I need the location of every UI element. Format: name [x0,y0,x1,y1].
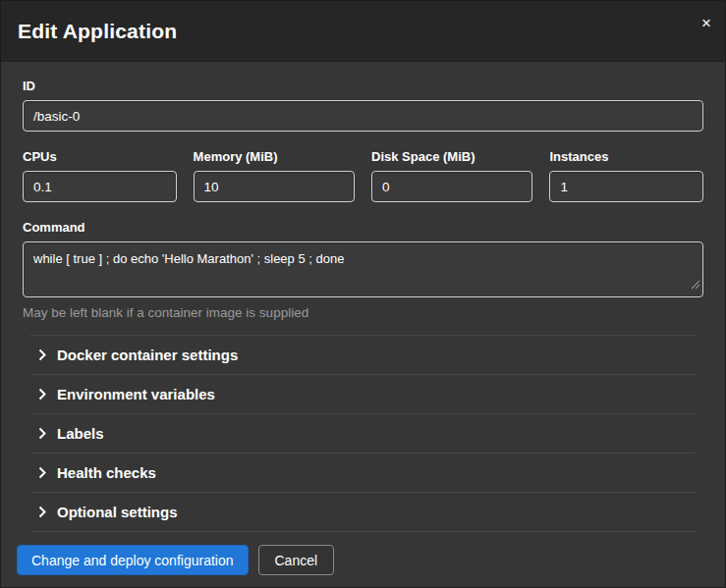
modal-footer: Change and deploy configuration Cancel [1,532,725,588]
id-field-group: ID [23,79,703,132]
section-label: Docker container settings [57,347,238,363]
change-and-deploy-button[interactable]: Change and deploy configuration [17,545,249,575]
resource-fields-row: CPUs Memory (MiB) Disk Space (MiB) Insta… [23,149,703,202]
section-docker-container-settings[interactable]: Docker container settings [30,335,696,374]
chevron-right-icon [38,427,46,440]
chevron-right-icon [38,466,46,479]
disk-input[interactable] [371,171,532,202]
command-input[interactable]: while [ true ] ; do echo 'Hello Marathon… [23,241,703,297]
disk-label: Disk Space (MiB) [371,149,532,164]
chevron-right-icon [38,348,46,361]
instances-input[interactable] [549,171,703,202]
command-label: Command [23,220,703,235]
modal-body: ID CPUs Memory (MiB) Disk Space (MiB) In… [1,62,725,532]
chevron-right-icon [38,506,46,518]
cpus-input[interactable] [23,171,177,202]
id-label: ID [23,79,703,93]
section-label: Health checks [57,464,156,481]
command-help-text: May be left blank if a container image i… [23,305,703,320]
modal-header: Edit Application × [1,1,725,62]
close-icon[interactable]: × [701,15,711,31]
resize-handle-icon[interactable] [691,276,700,294]
section-labels[interactable]: Labels [30,413,696,453]
chevron-right-icon [38,388,46,401]
cancel-button[interactable]: Cancel [258,545,335,575]
section-health-checks[interactable]: Health checks [30,453,696,492]
command-field-group: Command while [ true ] ; do echo 'Hello … [23,220,703,320]
modal-title: Edit Application [18,20,177,43]
memory-input[interactable] [194,171,355,202]
command-textarea-wrap: while [ true ] ; do echo 'Hello Marathon… [23,241,703,297]
memory-field-group: Memory (MiB) [194,149,355,202]
collapsible-sections: Docker container settings Environment va… [30,335,696,532]
disk-field-group: Disk Space (MiB) [371,149,532,202]
instances-label: Instances [549,149,703,164]
section-label: Labels [57,425,104,442]
memory-label: Memory (MiB) [194,149,355,164]
section-label: Optional settings [57,504,178,520]
cpus-field-group: CPUs [23,149,177,202]
section-environment-variables[interactable]: Environment variables [30,374,696,413]
cpus-label: CPUs [23,149,177,164]
edit-application-modal: Edit Application × ID CPUs Memory (MiB) … [0,0,726,588]
instances-field-group: Instances [549,149,703,202]
id-input[interactable] [23,100,703,132]
section-optional-settings[interactable]: Optional settings [30,492,696,532]
section-label: Environment variables [57,386,215,402]
